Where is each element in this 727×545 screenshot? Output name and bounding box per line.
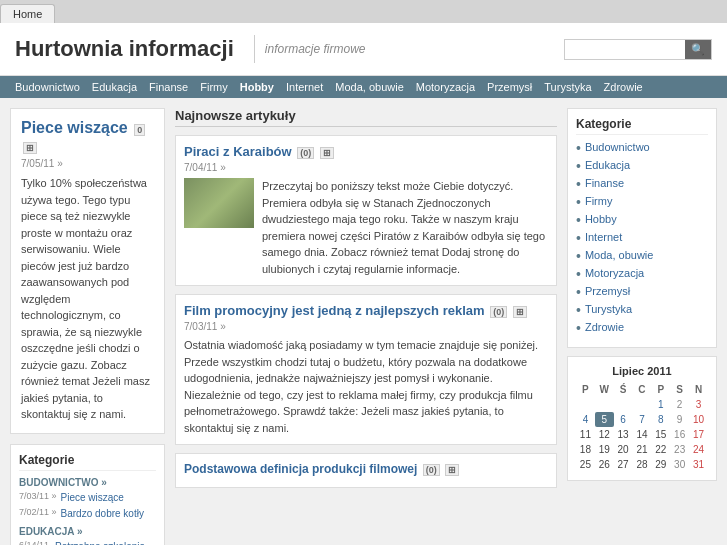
right-item: • Edukacja xyxy=(576,159,708,173)
bullet-icon: • xyxy=(576,159,581,173)
cal-day[interactable]: 6 xyxy=(614,412,633,427)
right-link-zdrowie[interactable]: Zdrowie xyxy=(585,321,624,333)
article-link[interactable]: Podstawowa definicja produkcji filmowej xyxy=(184,462,417,476)
cal-header-p: P xyxy=(576,382,595,397)
nav-item-turystyka[interactable]: Turystyka xyxy=(544,81,591,93)
search-input[interactable] xyxy=(565,40,685,58)
cal-week: 18 19 20 21 22 23 24 xyxy=(576,442,708,457)
cal-day[interactable]: 4 xyxy=(576,412,595,427)
cal-day: 15 xyxy=(651,427,670,442)
left-sidebar-title: Kategorie xyxy=(19,453,156,471)
sidebar-date: 7/03/11 » xyxy=(19,491,57,504)
nav-item-edukacja[interactable]: Edukacja xyxy=(92,81,137,93)
article-badge2: ⊞ xyxy=(320,147,334,159)
featured-title: Piece wiszące 0 ⊞ xyxy=(21,119,154,155)
cal-header-w: W xyxy=(595,382,614,397)
article-text: Przeczytaj bo poniższy tekst może Ciebie… xyxy=(262,178,548,277)
right-link-hobby[interactable]: Hobby xyxy=(585,213,617,225)
article-film-promocyjny: Film promocyjny jest jedną z najlepszych… xyxy=(175,294,557,445)
site-subtitle: informacje firmowe xyxy=(265,42,564,56)
sidebar-section-edukacja[interactable]: EDUKACJA » xyxy=(19,526,156,537)
sidebar-link[interactable]: Bardzo dobre kotły xyxy=(61,507,144,520)
cal-day: 3 xyxy=(689,397,708,412)
sidebar-date: 6/14/11 » xyxy=(19,540,51,546)
search-button[interactable]: 🔍 xyxy=(685,40,711,59)
article-meta: 7/04/11 » xyxy=(184,162,548,173)
cal-header-s2: S xyxy=(670,382,689,397)
sidebar-section-budownictwo[interactable]: BUDOWNICTWO » xyxy=(19,477,156,488)
featured-badge1: 0 xyxy=(134,124,145,136)
cal-day xyxy=(614,397,633,412)
center-column: Najnowsze artykuły Piraci z Karaibów (0)… xyxy=(175,108,557,545)
article-meta: 7/03/11 » xyxy=(184,321,548,332)
nav-item-budownictwo[interactable]: Budownictwo xyxy=(15,81,80,93)
bullet-icon: • xyxy=(576,141,581,155)
right-link-przemysl[interactable]: Przemysł xyxy=(585,285,630,297)
right-link-firmy[interactable]: Firmy xyxy=(585,195,613,207)
right-link-finanse[interactable]: Finanse xyxy=(585,177,624,189)
cal-day[interactable]: 7 xyxy=(633,412,652,427)
nav-item-zdrowie[interactable]: Zdrowie xyxy=(604,81,643,93)
cal-day: 19 xyxy=(595,442,614,457)
nav-item-hobby[interactable]: Hobby xyxy=(240,81,274,93)
nav-item-motoryzacja[interactable]: Motoryzacja xyxy=(416,81,475,93)
article-link[interactable]: Film promocyjny jest jedną z najlepszych… xyxy=(184,303,485,318)
right-item: • Moda, obuwie xyxy=(576,249,708,263)
cal-day xyxy=(633,397,652,412)
nav-item-przemysl[interactable]: Przemysł xyxy=(487,81,532,93)
bullet-icon: • xyxy=(576,267,581,281)
cal-day: 22 xyxy=(651,442,670,457)
sidebar-link[interactable]: Potrzebne szkolenia bhp Poznań xyxy=(55,540,156,546)
right-link-turystyka[interactable]: Turystyka xyxy=(585,303,632,315)
calendar-box: Lipiec 2011 P W Ś C P S N xyxy=(567,356,717,481)
right-item: • Internet xyxy=(576,231,708,245)
nav-item-internet[interactable]: Internet xyxy=(286,81,323,93)
article-badge: (0) xyxy=(423,464,440,476)
cal-day[interactable]: 1 xyxy=(651,397,670,412)
main-layout: Piece wiszące 0 ⊞ 7/05/11 » Tylko 10% sp… xyxy=(0,98,727,545)
left-column: Piece wiszące 0 ⊞ 7/05/11 » Tylko 10% sp… xyxy=(10,108,165,545)
right-link-edukacja[interactable]: Edukacja xyxy=(585,159,630,171)
cal-day: 24 xyxy=(689,442,708,457)
featured-meta: 7/05/11 » xyxy=(21,158,154,169)
cal-week: 11 12 13 14 15 16 17 xyxy=(576,427,708,442)
article-thumb-image xyxy=(184,178,254,228)
cal-day-today[interactable]: 5 xyxy=(595,412,614,427)
bullet-icon: • xyxy=(576,177,581,191)
cal-day: 23 xyxy=(670,442,689,457)
sidebar-item: 7/03/11 » Piece wiszące xyxy=(19,491,156,504)
right-link-budownictwo[interactable]: Budownictwo xyxy=(585,141,650,153)
right-link-moda[interactable]: Moda, obuwie xyxy=(585,249,654,261)
article-badge: (0) xyxy=(490,306,507,318)
cal-header-n: N xyxy=(689,382,708,397)
right-link-internet[interactable]: Internet xyxy=(585,231,622,243)
article-link[interactable]: Piraci z Karaibów xyxy=(184,144,292,159)
article-badge2: ⊞ xyxy=(445,464,459,476)
sidebar-item: 7/02/11 » Bardzo dobre kotły xyxy=(19,507,156,520)
bullet-icon: • xyxy=(576,303,581,317)
cal-day: 16 xyxy=(670,427,689,442)
cal-day: 14 xyxy=(633,427,652,442)
nav-item-firmy[interactable]: Firmy xyxy=(200,81,228,93)
browser-tab[interactable]: Home xyxy=(0,4,55,23)
cal-day: 13 xyxy=(614,427,633,442)
article-produkcja-filmowa: Podstawowa definicja produkcji filmowej … xyxy=(175,453,557,488)
sidebar-link[interactable]: Piece wiszące xyxy=(61,491,124,504)
right-item: • Hobby xyxy=(576,213,708,227)
article-badge2: ⊞ xyxy=(513,306,527,318)
right-item: • Finanse xyxy=(576,177,708,191)
cal-day: 11 xyxy=(576,427,595,442)
header-divider xyxy=(254,35,255,63)
nav-item-finanse[interactable]: Finanse xyxy=(149,81,188,93)
cal-week: 25 26 27 28 29 30 31 xyxy=(576,457,708,472)
featured-title-link[interactable]: Piece wiszące xyxy=(21,119,128,136)
calendar-title: Lipiec 2011 xyxy=(576,365,708,377)
article-piraci: Piraci z Karaibów (0) ⊞ 7/04/11 » Przecz… xyxy=(175,135,557,286)
cal-day[interactable]: 8 xyxy=(651,412,670,427)
bullet-icon: • xyxy=(576,321,581,335)
nav-item-moda[interactable]: Moda, obuwie xyxy=(335,81,404,93)
right-link-motoryzacja[interactable]: Motoryzacja xyxy=(585,267,644,279)
calendar-table: P W Ś C P S N xyxy=(576,382,708,472)
site-nav: Budownictwo Edukacja Finanse Firmy Hobby… xyxy=(0,76,727,98)
cal-day xyxy=(576,397,595,412)
